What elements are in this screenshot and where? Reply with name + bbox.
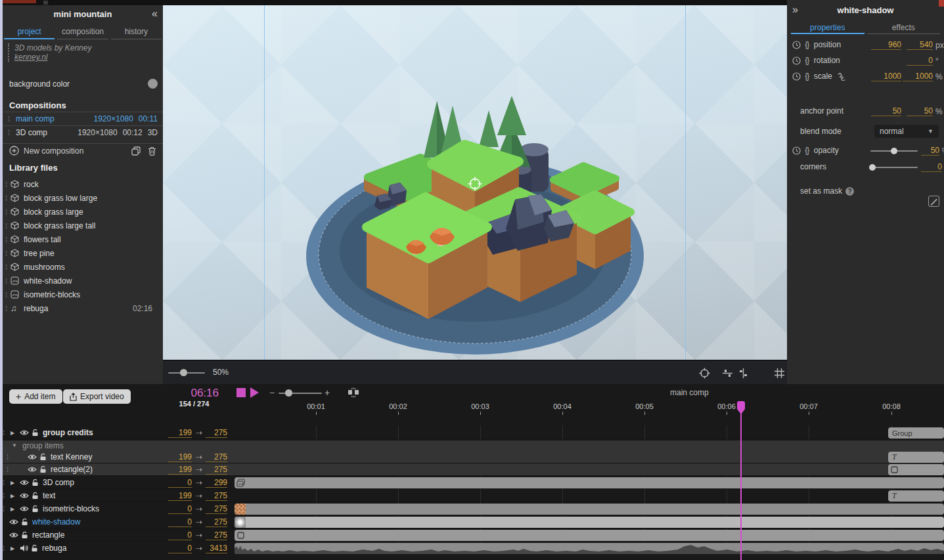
visibility-eye-icon[interactable] [28, 454, 37, 460]
center-target-icon[interactable] [699, 368, 710, 379]
anchor-y-field[interactable]: 50 [907, 106, 933, 116]
drag-handle[interactable]: ⁞ [5, 263, 11, 271]
unlock-icon[interactable] [32, 492, 39, 500]
plus-circle-icon[interactable] [9, 146, 19, 156]
library-item[interactable]: ⁞white-shadow [3, 274, 163, 288]
corners-slider[interactable] [870, 167, 918, 168]
speaker-icon[interactable] [20, 544, 28, 552]
visibility-eye-icon[interactable] [9, 519, 18, 525]
visibility-eye-icon[interactable] [20, 429, 29, 436]
visibility-eye-icon[interactable] [20, 492, 29, 499]
rotation-field[interactable]: 0 [907, 56, 933, 66]
layer-row-isometric-blocks[interactable]: ⁞ ▶ isometric-blocks 0 ⇢ 275 [0, 503, 944, 515]
unlock-icon[interactable] [32, 429, 39, 437]
layer-name[interactable]: text Kenney [51, 452, 92, 462]
drag-handle[interactable]: ⁞ [5, 208, 11, 216]
layer-row-group-items[interactable]: ▼ group items [0, 441, 944, 450]
expression-braces-icon[interactable]: { } [805, 56, 809, 65]
active-comp-label[interactable]: main comp [670, 388, 709, 397]
layer-row-rebuga[interactable]: ⁞ ▶ rebuga 0 ⇢ 3413 ♫ [0, 542, 944, 555]
keyframe-clock-icon[interactable] [792, 56, 801, 65]
layer-name-selected[interactable]: white-shadow [32, 517, 80, 527]
expand-arrow-icon[interactable]: ▶ [11, 546, 17, 551]
keyframe-clock-icon[interactable] [792, 72, 801, 81]
library-item[interactable]: ⁞flowers tall [3, 232, 163, 246]
drag-handle[interactable]: ⁞ [8, 115, 13, 123]
opacity-slider[interactable] [870, 150, 918, 152]
expand-arrow-icon[interactable]: ▶ [11, 506, 17, 512]
layer-out-value[interactable]: 275 [206, 428, 227, 438]
clip-rectangle2[interactable] [888, 464, 944, 475]
layer-row-text[interactable]: ⁞ ▶ text 199 ⇢ 275 T [0, 490, 944, 502]
unlock-icon[interactable] [39, 465, 47, 473]
expand-arrow-icon[interactable]: ▶ [11, 430, 17, 436]
scale-y-field[interactable]: 1000 [903, 72, 933, 81]
library-item[interactable]: ⁞block grass large tall [3, 219, 163, 232]
expression-braces-icon[interactable]: { } [805, 72, 809, 81]
align-horizontal-center-icon[interactable] [738, 368, 749, 379]
tab-history[interactable]: history [111, 25, 162, 39]
play-button[interactable] [250, 387, 259, 398]
layer-out-value[interactable]: 275 [206, 491, 227, 501]
tab-composition[interactable]: composition [57, 25, 108, 39]
layer-in-value[interactable]: 0 [168, 504, 192, 514]
add-item-button[interactable]: + Add item [9, 389, 62, 404]
library-item-label[interactable]: isometric-blocks [24, 290, 80, 299]
timeline-zoom-out-icon[interactable]: – [270, 388, 275, 397]
layer-out-value[interactable]: 275 [206, 452, 227, 462]
background-color-swatch[interactable] [148, 79, 158, 89]
layer-row-rectangle[interactable]: rectangle 0 ⇢ 275 [0, 529, 944, 542]
expression-braces-icon[interactable]: { } [805, 40, 809, 49]
stop-button[interactable] [236, 388, 246, 397]
library-item[interactable]: ⁞mushrooms [3, 260, 163, 274]
library-item[interactable]: ⁞isometric-blocks [3, 288, 163, 301]
layer-in-value[interactable]: 0 [168, 478, 192, 488]
drag-handle[interactable]: ⁞ [5, 236, 11, 244]
layer-name[interactable]: rebuga [42, 544, 66, 553]
layer-out-value[interactable]: 3413 [206, 544, 227, 553]
composition-name[interactable]: main comp [16, 114, 55, 123]
layer-in-value[interactable]: 0 [168, 544, 192, 553]
layer-in-value[interactable]: 199 [168, 491, 192, 501]
credit-link[interactable]: kenney.nl [14, 53, 47, 62]
drag-handle[interactable]: ⁞ [3, 492, 8, 500]
drag-handle[interactable]: ⁞ [5, 181, 11, 188]
layer-out-value[interactable]: 275 [206, 504, 227, 514]
position-y-field[interactable]: 540 [907, 40, 933, 50]
clip-white-shadow[interactable] [235, 517, 944, 528]
link-scale-icon[interactable] [838, 73, 845, 81]
keyframe-clock-icon[interactable] [792, 41, 801, 49]
library-item[interactable]: ⁞block grass low large [3, 191, 163, 205]
corners-field[interactable]: 0 [921, 162, 942, 172]
layer-name[interactable]: group credits [43, 428, 93, 437]
anchor-x-field[interactable]: 50 [871, 106, 901, 116]
grid-toggle-icon[interactable] [774, 368, 785, 379]
drag-handle[interactable]: ⁞ [5, 222, 11, 230]
library-item-label[interactable]: rebuga [24, 304, 48, 313]
tab-effects[interactable]: effects [867, 21, 941, 34]
canvas-viewport[interactable] [163, 5, 787, 360]
expand-arrow-icon[interactable]: ▶ [11, 480, 17, 486]
playhead-marker[interactable] [736, 401, 746, 416]
drag-handle[interactable]: ⁞ [7, 465, 12, 473]
viewport-zoom-knob[interactable] [180, 369, 187, 376]
unlock-icon[interactable] [32, 505, 39, 513]
collapse-left-panel-icon[interactable]: « [152, 8, 158, 20]
layer-row-3d-comp[interactable]: ⁞ ▶ 3D comp 0 ⇢ 299 [0, 477, 944, 489]
layer-out-value[interactable]: 275 [206, 517, 227, 527]
tab-properties[interactable]: properties [791, 21, 865, 34]
scale-x-field[interactable]: 1000 [871, 72, 901, 81]
layer-name[interactable]: rectangle(2) [51, 465, 93, 474]
fit-timeline-icon[interactable] [347, 387, 360, 398]
drag-handle[interactable]: ⁞ [5, 291, 11, 299]
drag-handle[interactable]: ⁞ [5, 305, 11, 312]
clip-rectangle[interactable] [235, 530, 944, 541]
layer-row-text-kenney[interactable]: ⁞ text Kenney 199 ⇢ 275 T [0, 451, 944, 463]
position-x-field[interactable]: 960 [871, 40, 901, 50]
layer-row-rectangle2[interactable]: ⁞ rectangle(2) 199 ⇢ 275 [0, 463, 944, 476]
drag-handle[interactable]: ⁞ [3, 544, 8, 552]
expand-arrow-icon[interactable]: ▶ [11, 493, 17, 499]
align-vertical-center-icon[interactable] [722, 368, 733, 379]
layer-out-value[interactable]: 275 [206, 530, 227, 540]
expression-braces-icon[interactable]: { } [805, 146, 809, 155]
